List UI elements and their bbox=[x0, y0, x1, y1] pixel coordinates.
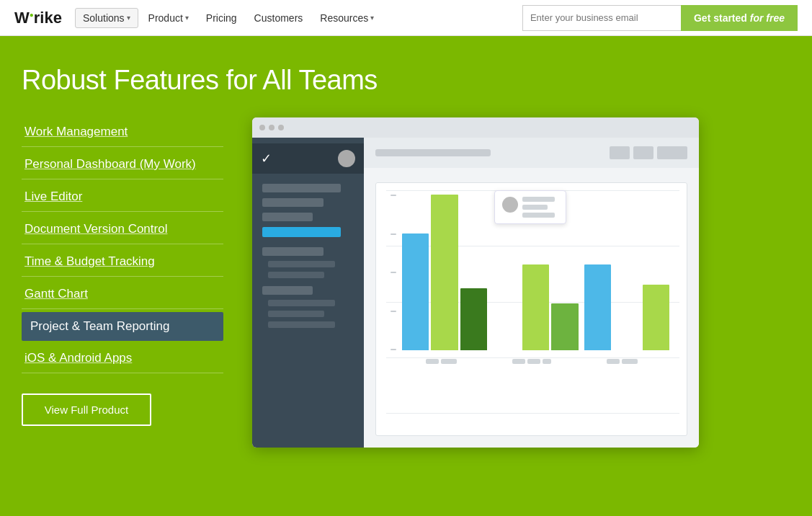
sidebar-subitem-row bbox=[268, 311, 324, 317]
y-axis-tick bbox=[391, 349, 396, 350]
y-axis-tick bbox=[391, 311, 396, 312]
browser-dot-3 bbox=[278, 125, 284, 130]
sidebar-item-row bbox=[262, 286, 313, 295]
bar-blue-3 bbox=[584, 264, 611, 350]
nav-product[interactable]: Product ▾ bbox=[141, 9, 196, 27]
sidebar-item-row bbox=[262, 247, 324, 256]
bar-lgreen-2 bbox=[522, 264, 549, 350]
navbar: W●rike Solutions ▾ Product ▾ Pricing Cus… bbox=[0, 0, 812, 36]
content-btn-3[interactable] bbox=[657, 146, 687, 159]
content-btn-2[interactable] bbox=[633, 146, 653, 159]
email-input[interactable] bbox=[522, 5, 681, 31]
sidebar-item-row bbox=[262, 198, 324, 207]
tooltip-line bbox=[522, 205, 548, 210]
feature-live-editor[interactable]: Live Editor bbox=[22, 182, 223, 212]
tooltip-line bbox=[522, 213, 555, 218]
gridline bbox=[386, 413, 679, 414]
browser-mockup: ✓ bbox=[252, 117, 699, 448]
x-label bbox=[607, 359, 620, 364]
y-axis-tick bbox=[391, 233, 396, 235]
bar-blue-1 bbox=[402, 233, 429, 350]
nav-right: Get started for free bbox=[522, 5, 798, 31]
x-label bbox=[543, 359, 551, 364]
sidebar-subitem-row bbox=[268, 261, 335, 267]
chart-tooltip bbox=[494, 190, 566, 224]
app-sidebar: ✓ bbox=[252, 138, 364, 448]
feature-personal-dashboard[interactable]: Personal Dashboard (My Work) bbox=[22, 150, 223, 179]
app-content bbox=[364, 138, 699, 448]
sidebar-items bbox=[252, 174, 364, 442]
x-label bbox=[527, 359, 540, 364]
feature-work-management[interactable]: Work Management bbox=[22, 117, 223, 147]
tooltip-line bbox=[522, 197, 555, 202]
bar-mgreen-2 bbox=[551, 303, 578, 350]
view-full-product-button[interactable]: View Full Product bbox=[22, 393, 151, 426]
y-axis-tick bbox=[391, 195, 396, 196]
feature-list: Work Management Personal Dashboard (My W… bbox=[22, 117, 223, 426]
logo-text: W●rike bbox=[14, 9, 62, 27]
nav-resources[interactable]: Resources ▾ bbox=[313, 9, 381, 27]
feature-gantt-chart[interactable]: Gantt Chart bbox=[22, 280, 223, 309]
x-label-group bbox=[426, 359, 457, 364]
check-icon: ✓ bbox=[261, 151, 272, 166]
content-btn-1[interactable] bbox=[610, 146, 630, 159]
browser-dot-2 bbox=[269, 125, 275, 130]
bar-lgreen-3b bbox=[643, 285, 669, 350]
chart-container bbox=[375, 182, 687, 436]
chart-area bbox=[364, 168, 699, 448]
feature-ios-android[interactable]: iOS & Android Apps bbox=[22, 344, 223, 373]
sidebar-subitem-row bbox=[268, 321, 335, 328]
browser-inner: ✓ bbox=[252, 138, 699, 448]
browser-titlebar bbox=[252, 117, 699, 138]
y-axis-tick bbox=[391, 272, 396, 273]
avatar bbox=[338, 150, 355, 167]
get-started-button[interactable]: Get started for free bbox=[681, 5, 798, 31]
bar-dgreen-1 bbox=[460, 288, 487, 350]
app-content-topbar bbox=[364, 138, 699, 168]
page-title: Robust Features for All Teams bbox=[22, 65, 790, 96]
sidebar-subitem-row bbox=[268, 272, 324, 278]
nav-customers[interactable]: Customers bbox=[247, 9, 311, 27]
x-label-group bbox=[512, 359, 551, 364]
chart-x-labels bbox=[388, 359, 675, 364]
x-label bbox=[512, 359, 525, 364]
sidebar-item-row bbox=[262, 184, 341, 192]
chevron-down-icon: ▾ bbox=[127, 14, 130, 22]
x-label bbox=[426, 359, 439, 364]
app-topbar: ✓ bbox=[252, 143, 364, 174]
x-label bbox=[622, 359, 638, 364]
sidebar-subitem-row bbox=[268, 300, 335, 306]
tooltip-lines bbox=[522, 197, 558, 218]
sidebar-item-row bbox=[262, 213, 313, 221]
x-label-group bbox=[607, 359, 638, 364]
logo[interactable]: W●rike bbox=[14, 9, 62, 27]
feature-time-budget[interactable]: Time & Budget Tracking bbox=[22, 247, 223, 277]
gridline bbox=[386, 357, 679, 358]
x-label bbox=[441, 359, 457, 364]
nav-items: Solutions ▾ Product ▾ Pricing Customers … bbox=[75, 8, 522, 28]
nav-solutions[interactable]: Solutions ▾ bbox=[75, 8, 138, 28]
content-title-bar bbox=[375, 149, 491, 156]
bar-lgreen-1 bbox=[431, 195, 458, 350]
feature-document-version-control[interactable]: Document Version Control bbox=[22, 215, 223, 244]
chevron-down-icon: ▾ bbox=[370, 14, 374, 22]
sidebar-item-active[interactable] bbox=[262, 227, 341, 237]
feature-project-team-reporting[interactable]: Project & Team Reporting bbox=[22, 312, 223, 341]
browser-dot-1 bbox=[259, 125, 265, 130]
nav-pricing[interactable]: Pricing bbox=[199, 9, 244, 27]
bar-group-1 bbox=[402, 195, 487, 350]
content-layout: Work Management Personal Dashboard (My W… bbox=[22, 117, 790, 448]
bar-group-3 bbox=[584, 195, 669, 350]
content-btn-group bbox=[610, 146, 687, 159]
main-content: Robust Features for All Teams Work Manag… bbox=[0, 36, 812, 516]
tooltip-avatar bbox=[502, 197, 518, 213]
chevron-down-icon: ▾ bbox=[185, 14, 189, 22]
